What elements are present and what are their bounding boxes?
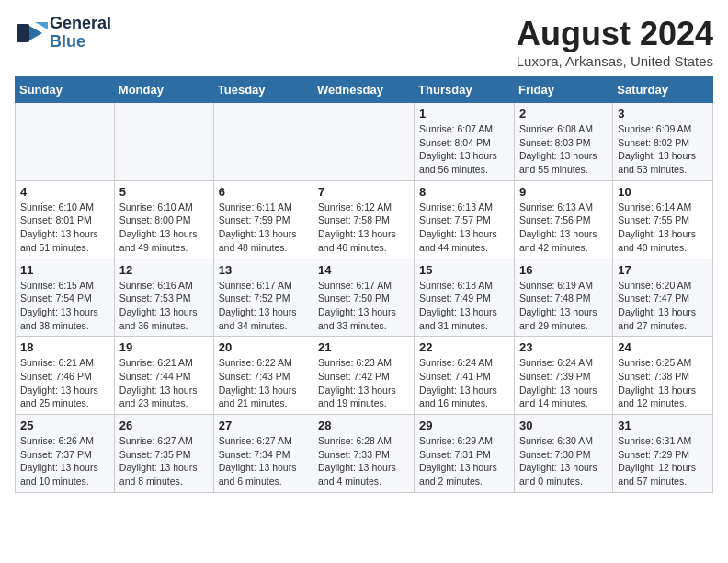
calendar-cell: 15Sunrise: 6:18 AMSunset: 7:49 PMDayligh… [415, 259, 515, 337]
calendar-body: 1Sunrise: 6:07 AMSunset: 8:04 PMDaylight… [16, 103, 713, 493]
day-info: Sunrise: 6:13 AMSunset: 7:56 PMDaylight:… [519, 201, 608, 255]
day-info: Sunrise: 6:11 AMSunset: 7:59 PMDaylight:… [219, 201, 308, 255]
day-number: 12 [119, 263, 209, 277]
day-info: Sunrise: 6:22 AMSunset: 7:43 PMDaylight:… [219, 356, 308, 410]
calendar-cell: 10Sunrise: 6:14 AMSunset: 7:55 PMDayligh… [613, 180, 713, 259]
page-subtitle: Luxora, Arkansas, United States [517, 53, 713, 69]
day-number: 31 [618, 419, 708, 432]
day-number: 5 [119, 185, 209, 199]
calendar-cell: 6Sunrise: 6:11 AMSunset: 7:59 PMDaylight… [213, 180, 313, 259]
day-info: Sunrise: 6:27 AMSunset: 7:34 PMDaylight:… [219, 434, 308, 488]
svg-rect-0 [17, 24, 29, 42]
calendar-cell: 19Sunrise: 6:21 AMSunset: 7:44 PMDayligh… [114, 337, 213, 415]
day-number: 18 [20, 340, 109, 354]
calendar-cell: 9Sunrise: 6:13 AMSunset: 7:56 PMDaylight… [514, 180, 612, 259]
calendar-cell: 17Sunrise: 6:20 AMSunset: 7:47 PMDayligh… [613, 259, 713, 337]
day-info: Sunrise: 6:15 AMSunset: 7:54 PMDaylight:… [20, 279, 109, 333]
day-number: 28 [318, 419, 409, 432]
day-info: Sunrise: 6:24 AMSunset: 7:39 PMDaylight:… [519, 356, 608, 410]
calendar-cell: 25Sunrise: 6:26 AMSunset: 7:37 PMDayligh… [16, 415, 115, 493]
svg-marker-2 [35, 22, 48, 29]
calendar-cell: 13Sunrise: 6:17 AMSunset: 7:52 PMDayligh… [213, 259, 313, 337]
day-info: Sunrise: 6:27 AMSunset: 7:35 PMDaylight:… [119, 434, 209, 488]
day-number: 27 [219, 419, 308, 432]
day-info: Sunrise: 6:19 AMSunset: 7:48 PMDaylight:… [519, 279, 608, 333]
calendar-week-row: 11Sunrise: 6:15 AMSunset: 7:54 PMDayligh… [16, 259, 713, 337]
calendar-cell [313, 103, 415, 181]
calendar-cell: 14Sunrise: 6:17 AMSunset: 7:50 PMDayligh… [313, 259, 415, 337]
calendar-cell: 16Sunrise: 6:19 AMSunset: 7:48 PMDayligh… [514, 259, 612, 337]
calendar-cell: 31Sunrise: 6:31 AMSunset: 7:29 PMDayligh… [613, 415, 713, 493]
calendar-week-row: 4Sunrise: 6:10 AMSunset: 8:01 PMDaylight… [16, 180, 713, 259]
day-info: Sunrise: 6:25 AMSunset: 7:38 PMDaylight:… [618, 356, 708, 410]
day-header-friday: Friday [514, 77, 612, 103]
day-header-monday: Monday [114, 77, 213, 103]
day-number: 22 [419, 340, 509, 354]
calendar-cell: 1Sunrise: 6:07 AMSunset: 8:04 PMDaylight… [415, 103, 515, 181]
day-number: 11 [20, 263, 109, 277]
page-title: August 2024 [517, 15, 713, 53]
calendar-week-row: 1Sunrise: 6:07 AMSunset: 8:04 PMDaylight… [16, 103, 713, 181]
day-number: 19 [119, 340, 209, 354]
calendar-cell: 18Sunrise: 6:21 AMSunset: 7:46 PMDayligh… [16, 337, 115, 415]
day-number: 10 [618, 185, 708, 199]
day-number: 17 [618, 263, 708, 277]
day-number: 2 [519, 107, 608, 121]
day-info: Sunrise: 6:28 AMSunset: 7:33 PMDaylight:… [318, 434, 409, 488]
logo-icon [15, 17, 48, 50]
day-number: 23 [519, 340, 608, 354]
day-header-thursday: Thursday [415, 77, 515, 103]
day-number: 4 [20, 185, 109, 199]
day-info: Sunrise: 6:20 AMSunset: 7:47 PMDaylight:… [618, 279, 708, 333]
day-info: Sunrise: 6:21 AMSunset: 7:44 PMDaylight:… [119, 356, 209, 410]
day-info: Sunrise: 6:31 AMSunset: 7:29 PMDaylight:… [618, 434, 708, 488]
day-header-tuesday: Tuesday [213, 77, 313, 103]
logo-general: General [50, 14, 111, 32]
day-number: 13 [219, 263, 308, 277]
day-info: Sunrise: 6:13 AMSunset: 7:57 PMDaylight:… [419, 201, 509, 255]
day-info: Sunrise: 6:26 AMSunset: 7:37 PMDaylight:… [20, 434, 109, 488]
calendar-cell [114, 103, 213, 181]
svg-marker-1 [29, 26, 42, 40]
day-info: Sunrise: 6:29 AMSunset: 7:31 PMDaylight:… [419, 434, 509, 488]
day-info: Sunrise: 6:17 AMSunset: 7:52 PMDaylight:… [219, 279, 308, 333]
day-info: Sunrise: 6:08 AMSunset: 8:03 PMDaylight:… [519, 122, 608, 177]
calendar-week-row: 25Sunrise: 6:26 AMSunset: 7:37 PMDayligh… [16, 415, 713, 493]
day-info: Sunrise: 6:09 AMSunset: 8:02 PMDaylight:… [618, 122, 708, 177]
day-info: Sunrise: 6:14 AMSunset: 7:55 PMDaylight:… [618, 201, 708, 255]
calendar-cell: 27Sunrise: 6:27 AMSunset: 7:34 PMDayligh… [213, 415, 313, 493]
day-number: 8 [419, 185, 509, 199]
logo: General Blue [15, 15, 111, 52]
day-number: 7 [318, 185, 409, 199]
calendar-cell: 21Sunrise: 6:23 AMSunset: 7:42 PMDayligh… [313, 337, 415, 415]
day-number: 9 [519, 185, 608, 199]
day-info: Sunrise: 6:17 AMSunset: 7:50 PMDaylight:… [318, 279, 409, 333]
calendar-cell: 23Sunrise: 6:24 AMSunset: 7:39 PMDayligh… [514, 337, 612, 415]
calendar-cell: 3Sunrise: 6:09 AMSunset: 8:02 PMDaylight… [613, 103, 713, 181]
day-info: Sunrise: 6:30 AMSunset: 7:30 PMDaylight:… [519, 434, 608, 488]
day-number: 6 [219, 185, 308, 199]
calendar-week-row: 18Sunrise: 6:21 AMSunset: 7:46 PMDayligh… [16, 337, 713, 415]
calendar-cell: 26Sunrise: 6:27 AMSunset: 7:35 PMDayligh… [114, 415, 213, 493]
calendar-table: SundayMondayTuesdayWednesdayThursdayFrid… [15, 76, 713, 493]
day-number: 3 [618, 107, 708, 121]
calendar-cell: 5Sunrise: 6:10 AMSunset: 8:00 PMDaylight… [114, 180, 213, 259]
day-number: 14 [318, 263, 409, 277]
calendar-cell [213, 103, 313, 181]
day-info: Sunrise: 6:16 AMSunset: 7:53 PMDaylight:… [119, 279, 209, 333]
day-info: Sunrise: 6:24 AMSunset: 7:41 PMDaylight:… [419, 356, 509, 410]
calendar-cell: 11Sunrise: 6:15 AMSunset: 7:54 PMDayligh… [16, 259, 115, 337]
day-number: 25 [20, 419, 109, 432]
day-number: 1 [419, 107, 509, 121]
calendar-header-row: SundayMondayTuesdayWednesdayThursdayFrid… [16, 77, 713, 103]
calendar-cell: 24Sunrise: 6:25 AMSunset: 7:38 PMDayligh… [613, 337, 713, 415]
day-info: Sunrise: 6:12 AMSunset: 7:58 PMDaylight:… [318, 201, 409, 255]
calendar-cell: 2Sunrise: 6:08 AMSunset: 8:03 PMDaylight… [514, 103, 612, 181]
day-info: Sunrise: 6:18 AMSunset: 7:49 PMDaylight:… [419, 279, 509, 333]
day-number: 20 [219, 340, 308, 354]
logo-blue: Blue [50, 32, 85, 51]
day-info: Sunrise: 6:10 AMSunset: 8:00 PMDaylight:… [119, 201, 209, 255]
day-info: Sunrise: 6:21 AMSunset: 7:46 PMDaylight:… [20, 356, 109, 410]
day-number: 16 [519, 263, 608, 277]
day-number: 29 [419, 419, 509, 432]
